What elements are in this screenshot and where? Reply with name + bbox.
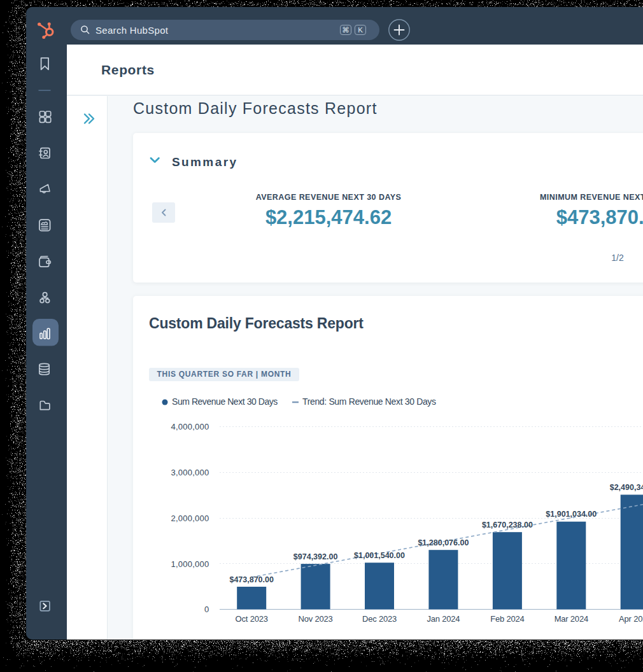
svg-text:Jan 2024: Jan 2024 [427,614,460,624]
svg-text:$473,870.00: $473,870.00 [229,575,274,584]
svg-text:$974,392.00: $974,392.00 [293,552,338,561]
svg-text:$2,490,345.00: $2,490,345.00 [610,483,643,492]
svg-text:$1,280,076.00: $1,280,076.00 [418,538,469,547]
svg-text:0: 0 [204,605,209,614]
svg-text:$1,670,238.00: $1,670,238.00 [482,521,533,529]
svg-text:Mar 2024: Mar 2024 [555,614,588,624]
svg-text:Sum Revenue Next 30 Days: Sum Revenue Next 30 Days [172,396,278,407]
svg-text:Oct 2023: Oct 2023 [236,614,268,624]
svg-text:1,000,000: 1,000,000 [171,559,209,569]
svg-text:$1,001,540.00: $1,001,540.00 [354,551,405,560]
svg-text:Feb 2024: Feb 2024 [490,614,524,624]
svg-text:$1,901,034.00: $1,901,034.00 [546,510,597,519]
svg-text:2,000,000: 2,000,000 [171,514,209,523]
svg-text:Dec 2023: Dec 2023 [362,614,397,624]
svg-text:Apr 2024: Apr 2024 [619,614,643,624]
svg-text:4,000,000: 4,000,000 [171,422,209,431]
svg-text:3,000,000: 3,000,000 [171,468,209,477]
svg-text:Nov 2023: Nov 2023 [299,614,333,624]
svg-text:Trend: Sum Revenue Next 30 Day: Trend: Sum Revenue Next 30 Days [302,396,436,407]
